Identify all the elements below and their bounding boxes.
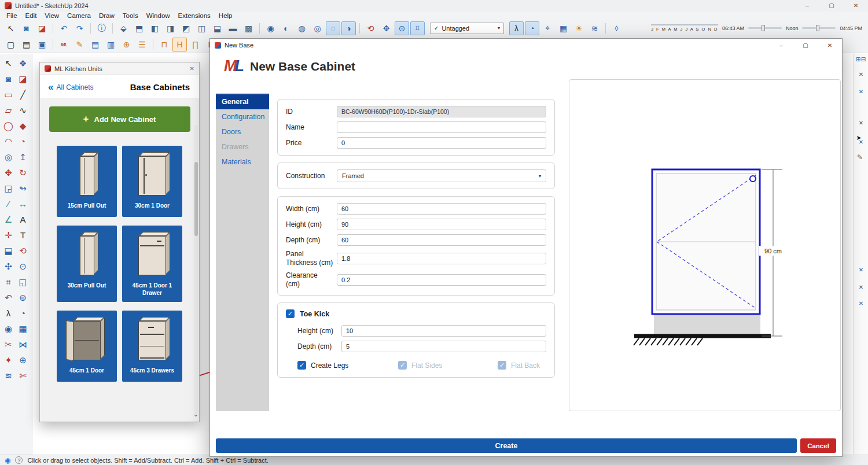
line-tool-icon[interactable]: ╱ — [16, 87, 30, 102]
paint-bucket-icon[interactable]: ◙ — [19, 21, 34, 35]
time-slider[interactable] — [748, 27, 782, 29]
panel-close-icon[interactable]: ✕ — [856, 119, 866, 128]
minimize-button[interactable]: – — [769, 39, 793, 51]
cabinet-card-30cm-pull-out[interactable]: 30cm Pull Out — [57, 226, 117, 302]
look-around-icon[interactable]: ◔ — [16, 305, 30, 321]
close-button[interactable]: ✕ — [818, 39, 842, 51]
tray-panels-icon[interactable]: ⊟ — [859, 56, 867, 64]
pie-tool-icon[interactable]: ◔ — [16, 134, 30, 149]
import-cabinet-icon[interactable]: ⊕ — [119, 38, 134, 51]
add-new-cabinet-button[interactable]: + Add New Cabinet — [49, 106, 190, 132]
tab-doors[interactable]: Doors — [216, 124, 269, 139]
arc-tool-icon[interactable]: ◠ — [1, 134, 16, 149]
tag-filter-dropdown[interactable]: ✓ Untagged ▾ — [430, 23, 504, 34]
name-field[interactable] — [337, 121, 546, 133]
laser-cut-icon[interactable]: ✂ — [1, 337, 16, 352]
zoom-extents-icon[interactable]: ◱ — [16, 274, 30, 290]
orbit-icon[interactable]: ⟲ — [16, 243, 30, 259]
match-photo-icon[interactable]: ▦ — [16, 321, 30, 337]
panel-close-icon[interactable]: ✕ — [856, 70, 866, 79]
protractor-icon[interactable]: ∠ — [1, 212, 16, 227]
wall-units-icon[interactable]: ⊓ — [157, 38, 171, 51]
add-location-icon[interactable]: ◉ — [1, 321, 16, 337]
menu-view[interactable]: View — [41, 12, 63, 20]
paint-large-icon[interactable]: ⬨ — [609, 21, 624, 35]
weld-icon[interactable]: ⋈ — [16, 337, 30, 352]
left-view-icon[interactable]: ◫ — [194, 21, 209, 35]
circle-tool-icon[interactable]: ◯ — [1, 118, 16, 134]
dialog-titlebar[interactable]: New Base – ▢ ✕ — [210, 39, 842, 51]
tab-drawers[interactable]: Drawers — [216, 139, 269, 154]
shadows-toggle-icon[interactable]: ☀ — [572, 21, 586, 35]
union-icon[interactable]: ◍ — [295, 21, 309, 35]
rectangle-tool-icon[interactable]: ▭ — [1, 87, 16, 102]
all-cabinets-link[interactable]: « All Cabinets — [48, 83, 94, 91]
pan-icon[interactable]: ✥ — [379, 21, 393, 35]
trim-icon[interactable]: ◌ — [326, 21, 340, 35]
toe-kick-height-field[interactable] — [341, 325, 546, 337]
section-plane-icon[interactable]: ⬓ — [1, 243, 16, 259]
paint-bucket-icon[interactable]: ◙ — [1, 71, 16, 87]
panel-close-icon[interactable]: ✕ — [856, 138, 866, 147]
base-units-icon[interactable]: H — [172, 38, 187, 51]
menu-edit[interactable]: Edit — [21, 12, 41, 20]
close-icon[interactable]: ✕ — [190, 65, 194, 72]
slider-knob[interactable] — [816, 25, 819, 31]
zoom-icon[interactable]: ⊙ — [395, 21, 409, 35]
depth-field[interactable] — [337, 234, 546, 246]
edit-cabinet-icon[interactable]: ✎ — [72, 38, 87, 51]
tab-materials[interactable]: Materials — [216, 154, 269, 169]
previous-view-icon[interactable]: ↶ — [1, 290, 16, 305]
front-view-icon[interactable]: ◧ — [148, 21, 162, 35]
back-view-icon[interactable]: ◩ — [179, 21, 193, 35]
cabinet-card-15cm-pull-out[interactable]: 15cm Pull Out — [57, 146, 117, 217]
panel-thickness-field[interactable] — [337, 253, 546, 264]
make-component-icon[interactable]: ❖ — [16, 56, 30, 71]
cabinet-card-30cm-1-door[interactable]: 30cm 1 Door — [122, 146, 182, 217]
panel-close-icon[interactable]: ✕ — [856, 283, 866, 292]
outer-shell-icon[interactable]: ◉ — [263, 21, 278, 35]
polygon-tool-icon[interactable]: ◆ — [16, 118, 30, 134]
maximize-button[interactable]: ▢ — [793, 39, 818, 51]
ml-kitchen-logo-icon[interactable]: ML — [57, 38, 71, 51]
split-icon[interactable]: ◑ — [341, 21, 356, 35]
dimension-tool-icon[interactable]: ↔ — [16, 196, 30, 212]
open-file-icon[interactable]: ▤ — [19, 38, 34, 51]
move-tool-icon[interactable]: ✥ — [1, 165, 16, 180]
eraser-icon[interactable]: ◪ — [16, 71, 30, 87]
pan-icon[interactable]: ✣ — [1, 259, 16, 274]
save-file-icon[interactable]: ▣ — [35, 38, 49, 51]
push-pull-icon[interactable]: ↥ — [16, 149, 30, 165]
construction-select[interactable]: Framed ▾ — [337, 169, 546, 182]
zoom-extents-icon[interactable]: ⌗ — [410, 21, 425, 35]
redo-icon[interactable]: ↷ — [72, 21, 87, 35]
scrollbar-thumb[interactable] — [194, 162, 198, 236]
look-around-icon[interactable]: ◔ — [525, 21, 539, 35]
position-camera-icon[interactable]: ⌖ — [540, 21, 555, 35]
iso-view-icon[interactable]: ⬙ — [116, 21, 131, 35]
height-field[interactable] — [337, 219, 546, 230]
date-slider[interactable]: J F M A M J J A S O N D — [651, 24, 718, 32]
palette-titlebar[interactable]: ML Kitchen Units ✕ — [40, 62, 199, 75]
catalog-icon[interactable]: ▥ — [104, 38, 118, 51]
menu-tools[interactable]: Tools — [119, 12, 142, 20]
fog-icon[interactable]: ≋ — [587, 21, 602, 35]
walk-icon[interactable]: λ — [1, 305, 16, 321]
cloth-icon[interactable]: ≋ — [1, 368, 16, 383]
menu-draw[interactable]: Draw — [95, 12, 119, 20]
panel-close-icon[interactable]: ✕ — [856, 299, 866, 308]
geolocation-icon[interactable]: ◉ — [5, 457, 10, 464]
panel-close-icon[interactable]: ✕ — [856, 265, 866, 275]
menu-window[interactable]: Window — [142, 12, 174, 20]
position-camera-icon[interactable]: ⊚ — [16, 290, 30, 305]
cut-list-icon[interactable]: ▤ — [88, 38, 102, 51]
follow-me-icon[interactable]: ↬ — [16, 180, 30, 196]
menu-camera[interactable]: Camera — [63, 12, 95, 20]
close-button[interactable]: ✕ — [844, 0, 868, 12]
cancel-button[interactable]: Cancel — [800, 438, 836, 453]
model-info-icon[interactable]: ⓘ — [94, 21, 109, 35]
clearance-field[interactable] — [337, 274, 546, 286]
axes-tool-icon[interactable]: ✛ — [1, 227, 16, 243]
annotate-pencil-icon[interactable]: ✎ — [856, 153, 864, 161]
palette-scrollbar[interactable]: ⌄ — [194, 125, 198, 416]
